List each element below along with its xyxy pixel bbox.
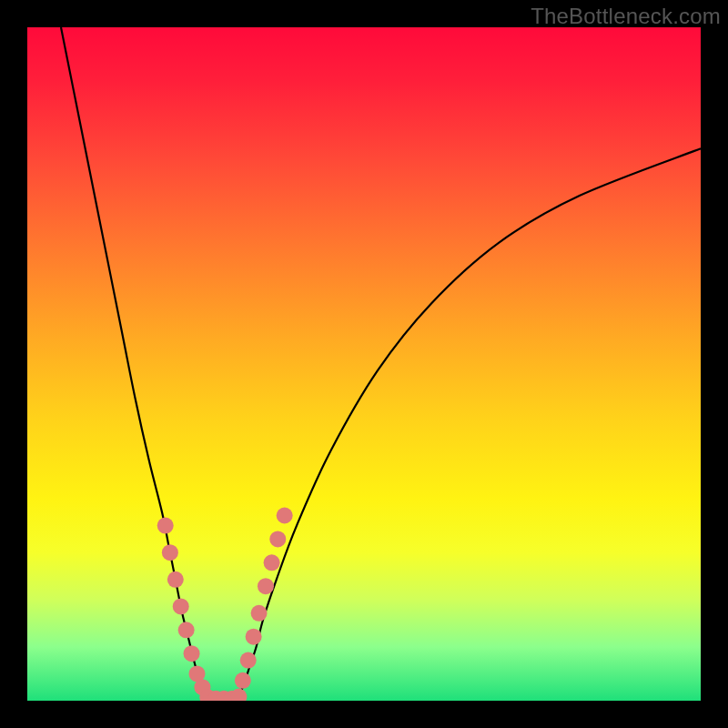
- marker-dot: [178, 622, 195, 638]
- marker-dot: [167, 571, 184, 588]
- marker-dot: [184, 645, 200, 662]
- marker-dot: [240, 652, 257, 669]
- markers-left-arm: [157, 518, 211, 696]
- markers-valley: [199, 689, 247, 701]
- right-curve: [236, 148, 701, 701]
- marker-dot: [157, 518, 174, 534]
- watermark-text: TheBottleneck.com: [531, 4, 721, 29]
- marker-dot: [235, 672, 251, 689]
- curve-layer: [27, 27, 701, 701]
- plot-area: [27, 27, 701, 701]
- marker-dot: [269, 531, 286, 547]
- marker-dot: [251, 605, 268, 622]
- left-curve: [61, 27, 209, 701]
- marker-dot: [162, 544, 178, 561]
- marker-dot: [230, 689, 247, 701]
- markers-right-arm: [235, 508, 293, 689]
- marker-dot: [246, 629, 262, 645]
- marker-dot: [173, 598, 189, 614]
- marker-dot: [277, 508, 293, 524]
- marker-dot: [258, 578, 274, 594]
- marker-dot: [264, 554, 280, 571]
- chart-frame: TheBottleneck.com: [0, 0, 728, 728]
